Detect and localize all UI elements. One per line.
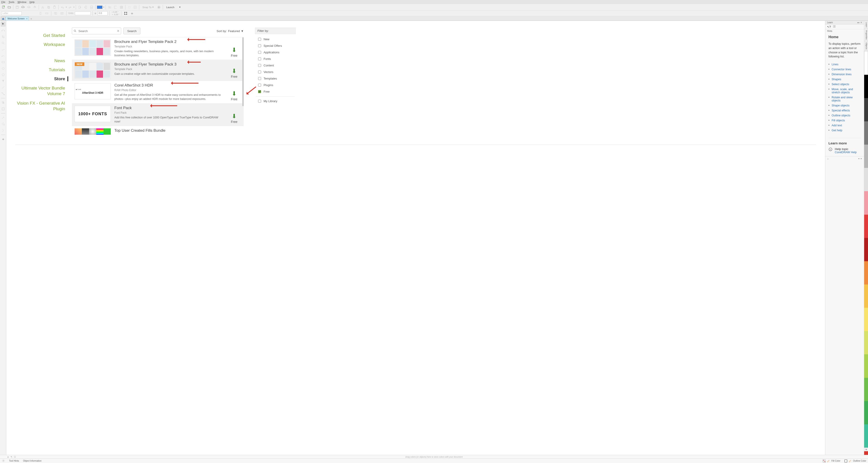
home-tab[interactable] (1, 16, 5, 21)
menu-file[interactable]: FFileile (1, 1, 5, 3)
topic-link[interactable]: Special effects (829, 108, 861, 113)
search-box[interactable]: ✕ (72, 28, 121, 34)
store-row[interactable]: ◆ CorelAfterShot 3 HDR Corel AfterShot 3… (72, 81, 244, 103)
search-input[interactable] (78, 29, 117, 33)
clear-search-icon[interactable]: ✕ (117, 29, 120, 33)
topic-link[interactable]: Add text (829, 123, 861, 128)
hint-cursor-icon[interactable]: ↖? (827, 25, 831, 29)
download-arrow-icon[interactable]: ⬇ (232, 113, 237, 119)
palette-scroll-down-icon[interactable]: ▾ (864, 448, 868, 451)
topic-link[interactable]: Move, scale, and stretch objects (829, 87, 861, 95)
store-row[interactable]: Top User Created Fills Bundle (72, 126, 244, 136)
paste-button (52, 5, 57, 10)
topic-link[interactable]: Dimension lines (829, 72, 861, 77)
filter-plugins[interactable]: Plugins (255, 82, 296, 88)
add-button[interactable]: ＋ (129, 11, 134, 16)
filter-applications[interactable]: Applications (255, 49, 296, 56)
menubar[interactable]: FFileile Tools Window Help (0, 0, 868, 4)
nav-workspace[interactable]: Workspace (6, 42, 65, 47)
menu-window[interactable]: Window (18, 1, 26, 3)
topic-link[interactable]: Shapes (829, 77, 861, 82)
topic-link[interactable]: Fill objects (829, 118, 861, 123)
filter-new[interactable]: New (255, 36, 296, 42)
close-panel-icon[interactable]: ✕ (860, 21, 862, 24)
pick-tool-icon[interactable] (1, 22, 6, 27)
docker-tab-objects[interactable]: Objects (864, 41, 868, 51)
learn-panel: Learn▸▸ ✕ ↖? Hints Home To display topic… (825, 21, 864, 455)
collapse-icon[interactable]: ▸▸ (857, 21, 860, 24)
scrollbar[interactable] (242, 37, 244, 106)
status-fill[interactable]: Fill Color (823, 459, 840, 463)
item-thumbnail (74, 39, 111, 56)
topic-link[interactable]: Connector lines (829, 67, 861, 72)
topic-link[interactable]: Select objects (829, 82, 861, 87)
sortby-dropdown[interactable]: Featured▼ (228, 29, 244, 33)
docker-tab-learn[interactable]: Learn (864, 21, 868, 29)
filter-special-offers[interactable]: Special Offers (255, 42, 296, 49)
menu-help[interactable]: Help (30, 1, 35, 3)
menu-tools[interactable]: Tools (8, 1, 14, 3)
nav-store[interactable]: Store (6, 76, 68, 81)
download-arrow-icon[interactable]: ⬇ (232, 68, 237, 74)
filter-fonts[interactable]: Fonts (255, 56, 296, 62)
filter-my-library[interactable]: My Library (255, 98, 296, 104)
search-button[interactable]: Search (123, 28, 141, 34)
nav-visionfx[interactable]: Vision FX - Generative AI Plugin (6, 101, 65, 112)
hint-book-icon[interactable] (833, 25, 836, 29)
status-object-info[interactable]: Object Information (23, 460, 41, 462)
document-palette[interactable]: ▸ ✎ ☐ Drag colors (or objects) here to s… (0, 455, 868, 459)
filter-templates[interactable]: Templates (255, 75, 296, 82)
download-arrow-icon[interactable]: ⬇ (232, 91, 237, 97)
close-tab-icon[interactable]: ✕ (26, 18, 28, 20)
hints-home-icon[interactable]: ⌂ (827, 157, 829, 160)
fill-color-swatch[interactable] (97, 6, 102, 9)
svg-rect-27 (125, 12, 127, 14)
help-link[interactable]: CorelDRAW Help (835, 151, 857, 154)
filter-content[interactable]: Content (255, 62, 296, 69)
topic-link[interactable]: Shape objects (829, 103, 861, 108)
topic-link[interactable]: Outline objects (829, 113, 861, 118)
topic-link[interactable]: Lines (829, 62, 861, 67)
status-tool-hints[interactable]: Tool Hints (9, 460, 19, 462)
topic-link[interactable]: Rotate and skew objects (829, 95, 861, 103)
open-button[interactable] (7, 5, 12, 10)
hints-intro: To display topics, perform an action wit… (829, 42, 861, 59)
hints-next-icon[interactable]: ▸ (861, 157, 862, 160)
color-palette[interactable] (864, 51, 868, 448)
status-gear-icon[interactable] (2, 459, 5, 463)
store-row[interactable]: NEW Brochure and Flyer Template Pack 3 T… (72, 60, 244, 81)
filter-vectors[interactable]: Vectors (255, 69, 296, 75)
launch-dropdown[interactable]: Launch▾ (164, 6, 182, 9)
new-tab-button[interactable]: ＋ (29, 17, 33, 21)
page-preset-field[interactable]: Letter (1, 11, 22, 15)
shadow-tool-icon (1, 100, 6, 105)
panel-tab-label[interactable]: Learn (827, 21, 833, 24)
download-arrow-icon[interactable]: ⬇ (232, 47, 237, 53)
nav-news[interactable]: News (6, 58, 65, 63)
svg-rect-30 (124, 14, 125, 15)
item-price: Free (231, 75, 238, 78)
cloud-button[interactable] (21, 5, 26, 10)
nav-tutorials[interactable]: Tutorials (6, 67, 65, 72)
item-type: Template Pack (114, 68, 224, 71)
tab-welcome[interactable]: Welcome Screen✕ (5, 16, 29, 21)
hints-prev-icon[interactable]: ◂ (858, 157, 860, 160)
svg-rect-36 (2, 62, 4, 63)
nav-bundle[interactable]: Ultimate Vector Bundle Volume 7 (6, 86, 65, 97)
add-tool-button[interactable]: ＋ (1, 137, 6, 142)
bounding-box-icon[interactable] (123, 11, 128, 16)
docker-tab-properties[interactable]: Properties (864, 29, 868, 41)
filter-free[interactable]: Free (255, 88, 296, 95)
new-document-button[interactable] (1, 5, 6, 10)
options-button[interactable] (156, 5, 161, 10)
nav-get-started[interactable]: Get Started (6, 33, 65, 38)
palette-end-swatch[interactable] (864, 451, 868, 455)
store-row[interactable]: 1000+ FONTS Font Pack Font Pack Add this… (72, 103, 244, 126)
store-row[interactable]: Brochure and Flyer Template Pack 2 Templ… (72, 37, 244, 60)
nudge-field[interactable]: 0.0 (98, 11, 107, 15)
status-outline[interactable]: Outline Color (844, 459, 866, 463)
cut-button (40, 5, 45, 10)
svg-rect-13 (85, 6, 87, 8)
item-price: Free (231, 54, 238, 57)
topic-link[interactable]: Get help (829, 128, 861, 133)
